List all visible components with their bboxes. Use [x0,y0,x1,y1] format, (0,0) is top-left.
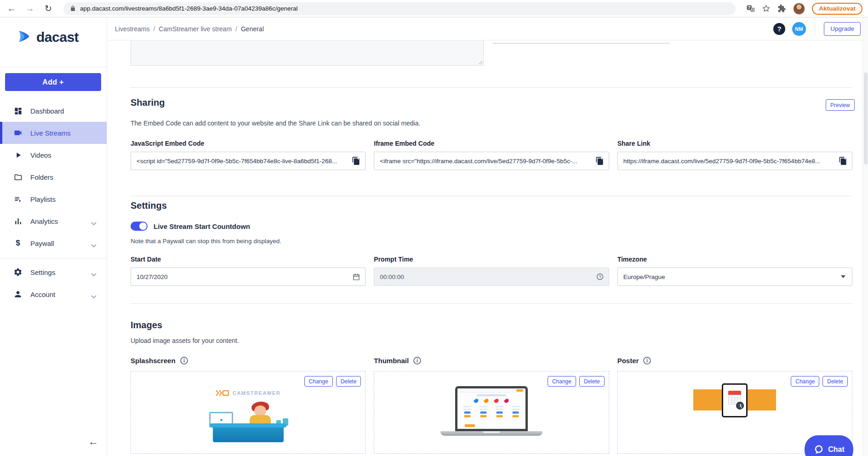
prompt-time-field: Prompt Time 00:00:00 [374,256,609,286]
chat-bubble-icon [813,444,824,455]
start-date-value: 10/27/2020 [137,274,168,280]
sidebar-item-videos[interactable]: Videos [0,144,107,166]
clipped-field-edge [493,43,670,44]
settings-section-title: Settings [131,200,167,211]
add-button[interactable]: Add + [5,73,101,91]
sidebar-item-label: Playlists [30,195,56,203]
videocam-icon [13,128,23,137]
sidebar-item-label: Settings [30,268,55,276]
extensions-puzzle-icon[interactable] [777,4,786,13]
dacast-logo[interactable]: dacast [17,29,79,45]
poster-delete-button[interactable]: Delete [822,376,848,387]
sidebar-collapse-button[interactable]: ← [88,436,98,448]
browser-forward-button[interactable]: → [25,4,35,14]
dashboard-icon [13,107,23,115]
translate-icon[interactable] [746,4,755,13]
chevron-down-icon [91,270,97,278]
browser-back-button[interactable]: ← [6,4,17,14]
sidebar-item-analytics[interactable]: Analytics [0,210,107,232]
thumbnail-delete-button[interactable]: Delete [579,376,605,387]
start-date-field: Start Date 10/27/2020 [131,256,365,286]
iframe-embed-input[interactable]: <iframe src="https://iframe.dacast.com/l… [374,152,609,170]
folder-icon [13,173,23,182]
browser-reload-button[interactable]: ↻ [43,3,53,14]
description-textarea[interactable] [131,40,484,66]
info-icon[interactable] [180,357,188,365]
sidebar-item-label: Analytics [30,217,58,225]
info-icon[interactable] [643,357,651,365]
sidebar-item-label: Paywall [30,239,54,247]
sidebar-item-settings[interactable]: Settings [0,261,107,283]
timezone-field: Timezone Europe/Prague [617,256,852,286]
breadcrumb: Livestreams / CamStreamer live stream / … [115,25,264,33]
breadcrumb-stream-name[interactable]: CamStreamer live stream [159,25,232,33]
splashscreen-delete-button[interactable]: Delete [336,376,361,387]
countdown-toggle-label: Live Stream Start Countdown [154,222,250,230]
thumbnail-dropzone[interactable]: Change Delete [374,371,609,454]
countdown-toggle-row: Live Stream Start Countdown [131,222,250,231]
sidebar-nav: Dashboard Live Streams Videos Folders Pl… [0,100,107,254]
sidebar-item-folders[interactable]: Folders [0,166,107,188]
javascript-embed-field: JavaScript Embed Code <script id="5ed277… [131,140,365,170]
sidebar-item-live-streams[interactable]: Live Streams [0,122,107,144]
header-divider [815,21,815,37]
user-avatar[interactable]: NM [792,22,806,36]
tablet-calendar-poster-image [693,383,776,422]
upgrade-button[interactable]: Upgrade [824,22,861,36]
sidebar-item-paywall[interactable]: $ Paywall [0,232,107,254]
sidebar-nav-secondary: Settings Account [0,261,107,305]
chat-button[interactable]: Chat [805,435,853,456]
images-section-title: Images [131,320,162,331]
javascript-embed-input[interactable]: <script id="5ed27759-9d7f-0f9e-5b5c-7f65… [131,152,365,170]
sharing-description: The Embed Code can add content to your w… [131,120,420,127]
page-scrollbar[interactable] [862,17,868,456]
sidebar-item-playlists[interactable]: Playlists [0,188,107,210]
thumbnail-label: Thumbnail [374,357,409,365]
laptop-thumbnail-image [439,386,544,436]
address-bar[interactable]: app.dacast.com/livestreams/8a6bd5f1-2689… [63,2,736,15]
javascript-embed-value: <script id="5ed27759-9d7f-0f9e-5b5c-7f65… [137,158,337,165]
poster-change-button[interactable]: Change [791,376,819,387]
preview-button[interactable]: Preview [826,99,855,111]
chevron-down-icon [91,241,97,249]
images-description: Upload image assets for your content. [131,337,239,344]
prompt-time-label: Prompt Time [374,256,609,263]
sidebar-item-account[interactable]: Account [0,283,107,305]
chevron-down-icon [91,292,97,300]
url-text: app.dacast.com/livestreams/8a6bd5f1-2689… [80,5,298,12]
copy-icon[interactable] [595,157,604,165]
browser-profile-avatar[interactable] [793,3,805,15]
help-icon[interactable]: ? [773,23,785,35]
timezone-select[interactable]: Europe/Prague [617,268,852,286]
dacast-logo-text: dacast [36,29,79,45]
browser-update-button[interactable]: Aktualizovat [812,3,862,15]
bookmark-star-icon[interactable] [762,4,771,13]
sidebar-item-dashboard[interactable]: Dashboard [0,100,107,122]
playlist-icon [13,195,23,204]
lock-icon [70,6,76,11]
start-date-input[interactable]: 10/27/2020 [131,268,365,286]
breadcrumb-separator: / [235,25,237,33]
breadcrumb-livestreams[interactable]: Livestreams [115,25,149,33]
scrollbar-thumb[interactable] [864,73,868,165]
section-divider [131,303,852,304]
prompt-time-input[interactable]: 00:00:00 [374,268,609,286]
breadcrumb-separator: / [153,25,155,33]
calendar-icon[interactable] [352,273,360,281]
copy-icon[interactable] [352,157,360,165]
share-link-input[interactable]: https://iframe.dacast.com/live/5ed27759-… [617,152,852,170]
dollar-icon: $ [13,239,23,248]
iframe-embed-field: Iframe Embed Code <iframe src="https://i… [374,140,609,170]
info-icon[interactable] [413,357,421,365]
splashscreen-change-button[interactable]: Change [304,376,333,387]
dacast-logo-icon [17,30,34,45]
splashscreen-dropzone[interactable]: Change Delete CAMSTREAMER [131,371,365,454]
gear-icon [13,268,23,277]
copy-icon[interactable] [839,157,847,165]
section-divider [131,87,852,88]
camstreamer-desk-scene [200,400,297,442]
play-icon [13,151,23,160]
countdown-toggle[interactable] [131,222,148,231]
thumbnail-change-button[interactable]: Change [548,376,576,387]
schedule-row: Start Date 10/27/2020 Prompt Time 00:00:… [131,256,852,286]
